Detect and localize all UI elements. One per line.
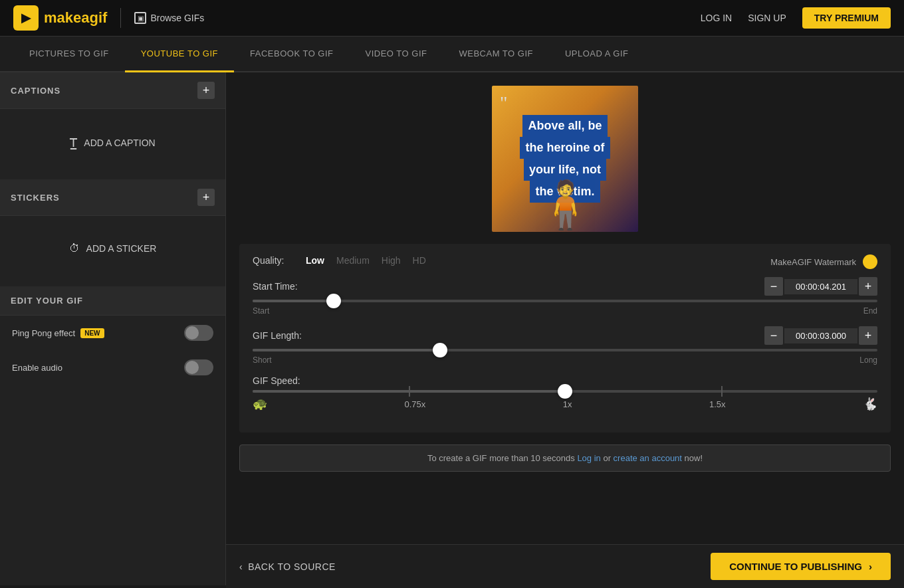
quality-options: Low Medium High HD — [306, 255, 426, 266]
silhouette-icon: 🧍 — [536, 177, 594, 232]
info-create-link[interactable]: create an account — [614, 453, 682, 463]
speed-fast-icon: 🐇 — [863, 397, 877, 411]
watermark-label: MakeAGIF Watermark — [770, 257, 856, 267]
tab-upload[interactable]: UPLOAD A GIF — [549, 37, 645, 72]
preview-container: " Above all, be the heroine of your life… — [239, 86, 891, 232]
enable-audio-toggle[interactable] — [184, 359, 213, 375]
edit-title: EDIT YOUR GIF — [11, 296, 83, 306]
back-to-source-button[interactable]: ‹ BACK TO SOURCE — [239, 561, 336, 572]
main-layout: CAPTIONS + T̲ ADD A CAPTION STICKERS + ⏱… — [0, 72, 904, 585]
speed-labels: 🐢 0.75x 1x 1.5x 🐇 — [253, 397, 877, 411]
captions-title: CAPTIONS — [11, 86, 60, 96]
back-chevron-icon: ‹ — [239, 561, 243, 572]
ping-pong-toggle[interactable] — [184, 325, 213, 341]
bottom-bar: ‹ BACK TO SOURCE CONTINUE TO PUBLISHING … — [226, 544, 904, 588]
quality-high[interactable]: High — [382, 255, 401, 266]
quality-row: Quality: Low Medium High HD — [253, 255, 426, 266]
preview-inner: " Above all, be the heroine of your life… — [492, 86, 638, 232]
gif-length-labels: Short Long — [253, 355, 877, 365]
speed-val-1x: 1x — [563, 399, 572, 409]
continue-to-publishing-button[interactable]: CONTINUE TO PUBLISHING › — [711, 553, 891, 580]
enable-audio-label: Enable audio — [12, 363, 62, 373]
tab-pictures[interactable]: PICTURES TO GIF — [13, 37, 125, 72]
ping-pong-label: Ping Pong effect NEW — [12, 328, 104, 338]
header-divider — [120, 8, 121, 28]
start-time-minus-button[interactable]: − — [764, 277, 783, 296]
stickers-section-header: STICKERS + — [0, 179, 225, 216]
browse-icon: ▣ — [134, 12, 146, 24]
continue-label: CONTINUE TO PUBLISHING — [729, 561, 862, 572]
login-link[interactable]: LOG IN — [701, 13, 732, 23]
browse-gifs-link[interactable]: ▣ Browse GIFs — [134, 12, 204, 24]
quality-medium[interactable]: Medium — [336, 255, 370, 266]
preview-image: " Above all, be the heroine of your life… — [492, 86, 638, 232]
gif-speed-label: GIF Speed: — [253, 375, 300, 386]
quality-label: Quality: — [253, 255, 292, 266]
info-login-link[interactable]: Log in — [577, 453, 600, 463]
add-sticker-label: ADD A STICKER — [86, 243, 157, 254]
nav-tabs: PICTURES TO GIF YOUTUBE TO GIF FACEBOOK … — [0, 37, 904, 72]
signup-link[interactable]: SIGN UP — [748, 13, 786, 23]
add-sticker-plus-button[interactable]: + — [197, 189, 215, 206]
gif-length-label: GIF Length: — [253, 330, 302, 341]
start-time-labels: Start End — [253, 306, 877, 316]
back-label: BACK TO SOURCE — [248, 561, 336, 572]
sticker-icon: ⏱ — [69, 243, 80, 254]
enable-audio-row: Enable audio — [0, 350, 225, 385]
start-time-row: Start Time: − 00:00:04.201 + — [253, 277, 877, 296]
length-label-left: Short — [253, 355, 272, 365]
start-time-label: Start Time: — [253, 281, 298, 292]
watermark-toggle-dot[interactable] — [863, 254, 877, 269]
quality-watermark-row: Quality: Low Medium High HD MakeAGIF Wat… — [253, 254, 877, 269]
start-time-display: 00:00:04.201 — [784, 279, 857, 294]
gif-length-plus-button[interactable]: + — [859, 326, 877, 345]
logo-text: makeagif — [44, 9, 107, 27]
edit-section: EDIT YOUR GIF Ping Pong effect NEW Enabl… — [0, 286, 225, 385]
new-badge: NEW — [80, 328, 104, 338]
tab-webcam[interactable]: WEBCAM TO GIF — [443, 37, 548, 72]
premium-button[interactable]: TRY PREMIUM — [802, 7, 891, 29]
start-label-left: Start — [253, 306, 269, 316]
continue-chevron-icon: › — [869, 561, 872, 572]
captions-content: T̲ ADD A CAPTION — [0, 109, 225, 177]
tab-facebook[interactable]: FACEBOOK TO GIF — [234, 37, 350, 72]
edit-section-header: EDIT YOUR GIF — [0, 286, 225, 316]
start-time-input-group: − 00:00:04.201 + — [764, 277, 877, 296]
tab-video[interactable]: VIDEO TO GIF — [350, 37, 443, 72]
controls-area: Quality: Low Medium High HD MakeAGIF Wat… — [239, 244, 891, 433]
info-bar: To create a GIF more than 10 seconds Log… — [239, 444, 891, 472]
gif-speed-section: GIF Speed: 🐢 0.75x 1x 1.5x — [253, 375, 877, 411]
add-sticker-button[interactable]: ⏱ ADD A STICKER — [56, 233, 170, 264]
logo-area: ▶ makeagif — [13, 5, 107, 31]
quote-mark: " — [500, 92, 507, 114]
gif-length-slider[interactable] — [253, 349, 877, 351]
add-caption-label: ADD A CAPTION — [84, 138, 155, 148]
sidebar: CAPTIONS + T̲ ADD A CAPTION STICKERS + ⏱… — [0, 72, 226, 585]
browse-gifs-label: Browse GIFs — [150, 13, 204, 23]
header-right: LOG IN SIGN UP TRY PREMIUM — [701, 7, 891, 29]
start-label-right: End — [863, 306, 877, 316]
gif-speed-slider[interactable] — [253, 390, 877, 393]
add-caption-plus-button[interactable]: + — [197, 82, 215, 99]
gif-length-minus-button[interactable]: − — [764, 326, 783, 345]
add-caption-button[interactable]: T̲ ADD A CAPTION — [56, 126, 168, 159]
watermark-row: MakeAGIF Watermark — [770, 254, 877, 269]
gif-length-display: 00:00:03.000 — [784, 328, 857, 343]
content-area: " Above all, be the heroine of your life… — [226, 72, 904, 585]
start-time-section: Start Time: − 00:00:04.201 + Start End — [253, 277, 877, 316]
speed-val-075: 0.75x — [404, 399, 425, 409]
info-text-prefix: To create a GIF more than 10 seconds — [427, 453, 577, 463]
length-label-right: Long — [859, 355, 877, 365]
quote-text-line1: Above all, be — [522, 115, 607, 137]
quality-hd[interactable]: HD — [413, 255, 426, 266]
gif-length-input-group: − 00:00:03.000 + — [764, 326, 877, 345]
stickers-title: STICKERS — [11, 193, 60, 203]
quality-low[interactable]: Low — [306, 255, 324, 266]
caption-text-icon: T̲ — [70, 136, 77, 150]
start-time-plus-button[interactable]: + — [859, 277, 877, 296]
gif-length-row: GIF Length: − 00:00:03.000 + — [253, 326, 877, 345]
tab-youtube[interactable]: YOUTUBE TO GIF — [125, 37, 234, 72]
info-or: or — [601, 453, 614, 463]
start-time-slider[interactable] — [253, 300, 877, 302]
ping-pong-row: Ping Pong effect NEW — [0, 316, 225, 350]
